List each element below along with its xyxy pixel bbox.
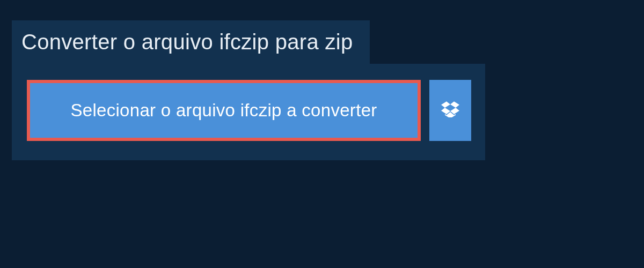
page-container: Converter o arquivo ifczip para zip Sele… — [0, 0, 644, 181]
select-file-button[interactable]: Selecionar o arquivo ifczip a converter — [27, 80, 421, 141]
header-tab: Converter o arquivo ifczip para zip — [12, 20, 370, 64]
converter-panel: Selecionar o arquivo ifczip a converter — [12, 64, 485, 160]
dropbox-icon — [441, 101, 459, 120]
dropbox-button[interactable] — [429, 80, 471, 141]
button-row: Selecionar o arquivo ifczip a converter — [12, 64, 485, 160]
page-title: Converter o arquivo ifczip para zip — [21, 30, 353, 54]
select-file-label: Selecionar o arquivo ifczip a converter — [70, 100, 377, 121]
